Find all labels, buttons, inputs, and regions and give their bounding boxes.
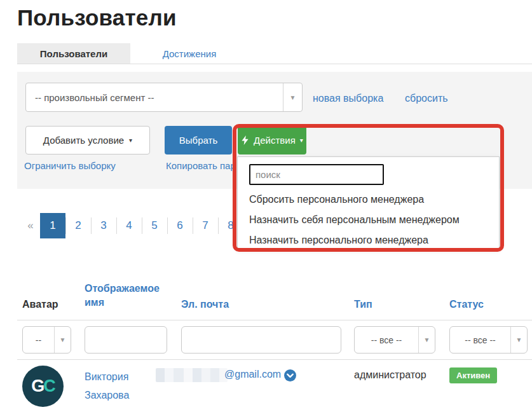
column-header-type[interactable]: Тип (354, 299, 372, 310)
page-title: Пользователи (17, 5, 177, 31)
chevron-down-icon: ▼ (510, 327, 527, 353)
limit-selection-link[interactable]: Ограничить выборку (24, 160, 116, 171)
column-header-status[interactable]: Статус (449, 299, 484, 310)
add-condition-button[interactable]: Добавить условие ▾ (25, 126, 150, 154)
new-selection-link[interactable]: новая выборка (313, 93, 383, 104)
tab-users[interactable]: Пользователи (17, 43, 130, 64)
avatar-letter-g: G (31, 376, 43, 396)
status-filter-select[interactable]: -- все -- ▼ (449, 326, 528, 354)
actions-button[interactable]: Действия ▾ (238, 126, 306, 154)
tab-bar-border (17, 64, 532, 64)
pagination-page-2[interactable]: 2 (65, 213, 91, 238)
email-blurred-part (156, 368, 228, 382)
chevron-down-icon: ▼ (283, 83, 302, 111)
add-condition-label: Добавить условие (43, 135, 124, 146)
chevron-down-icon: ▼ (418, 327, 435, 353)
pagination-prev[interactable]: « (21, 219, 40, 232)
type-filter-select[interactable]: -- все -- ▼ (354, 326, 435, 354)
tab-bar: ПользователиДостижения (17, 43, 532, 64)
segment-select-value: -- произвольный сегмент -- (26, 92, 283, 103)
pagination-page-6[interactable]: 6 (167, 213, 193, 238)
pagination: « 1 2 3 4 5 6 7 8 (21, 213, 243, 238)
column-header-avatar: Аватар (22, 299, 58, 310)
chevron-down-icon: ▼ (54, 327, 71, 353)
pagination-page-3[interactable]: 3 (91, 213, 116, 238)
menu-item-assign-manager[interactable]: Назначить персонального менеджера (249, 231, 491, 250)
tab-achievements[interactable]: Достижения (130, 43, 249, 64)
lightning-icon (241, 135, 249, 145)
name-filter-input[interactable] (85, 326, 167, 354)
user-name-link[interactable]: Виктория Захарова (85, 367, 148, 404)
column-header-display-name[interactable]: Отображаемое имя (85, 282, 167, 310)
column-header-email[interactable]: Эл. почта (181, 299, 229, 310)
avatar: G C (22, 366, 64, 407)
copy-link[interactable]: Копировать пар (166, 160, 236, 171)
select-button[interactable]: Выбрать (165, 126, 232, 154)
table-header-divider (17, 320, 532, 320)
avatar-filter-select[interactable]: -- ▼ (22, 326, 71, 354)
email-visible-text: @gmail.com (224, 369, 281, 380)
avatar-letter-c: C (43, 376, 55, 396)
pagination-page-4[interactable]: 4 (116, 213, 142, 238)
menu-item-reset-manager[interactable]: Сбросить персонального менеджера (249, 190, 491, 209)
caret-down-icon: ▾ (300, 137, 303, 144)
actions-dropdown: Сбросить персонального менеджера Назначи… (237, 156, 500, 249)
menu-item-assign-self-manager[interactable]: Назначить себя персональным менеджером (249, 210, 491, 230)
pagination-page-5[interactable]: 5 (142, 213, 167, 238)
status-badge: Активен (449, 367, 497, 383)
avatar-filter-value: -- (23, 335, 54, 345)
segment-select[interactable]: -- произвольный сегмент -- ▼ (25, 83, 303, 112)
type-filter-value: -- все -- (355, 335, 418, 345)
status-filter-value: -- все -- (450, 335, 510, 345)
reset-selection-link[interactable]: сбросить (405, 93, 448, 104)
select-button-label: Выбрать (179, 135, 217, 146)
caret-down-icon: ▾ (129, 137, 132, 144)
pagination-page-7[interactable]: 7 (193, 213, 218, 238)
user-type: администратор (354, 369, 426, 381)
email-filter-input[interactable] (181, 326, 341, 354)
email-expand-icon[interactable] (284, 369, 296, 381)
pagination-page-1[interactable]: 1 (40, 213, 65, 238)
actions-button-label: Действия (254, 135, 296, 146)
filter-row-divider (17, 359, 532, 360)
actions-search-input[interactable] (249, 164, 384, 185)
